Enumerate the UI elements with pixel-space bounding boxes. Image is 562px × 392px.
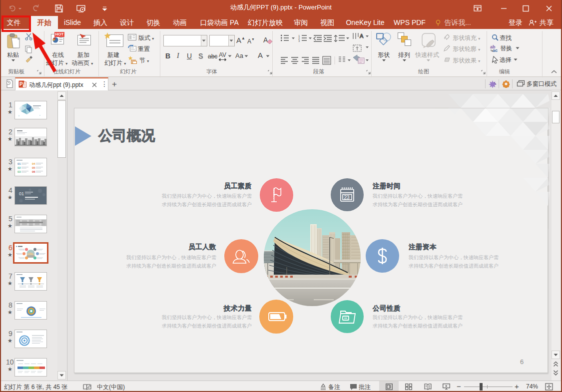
svg-text:ac: ac (493, 48, 498, 52)
svg-text:P: P (19, 81, 23, 87)
svg-text:06: 06 (32, 170, 35, 173)
svg-text:01: 01 (19, 191, 24, 196)
svg-text:04: 04 (32, 162, 35, 165)
svg-text:A: A (360, 33, 364, 39)
svg-text:05: 05 (32, 166, 35, 169)
svg-text:01: 01 (17, 162, 21, 165)
svg-text:23: 23 (344, 195, 350, 200)
svg-text:3: 3 (298, 39, 300, 42)
svg-text:03: 03 (17, 170, 21, 173)
svg-text:02: 02 (17, 166, 21, 169)
